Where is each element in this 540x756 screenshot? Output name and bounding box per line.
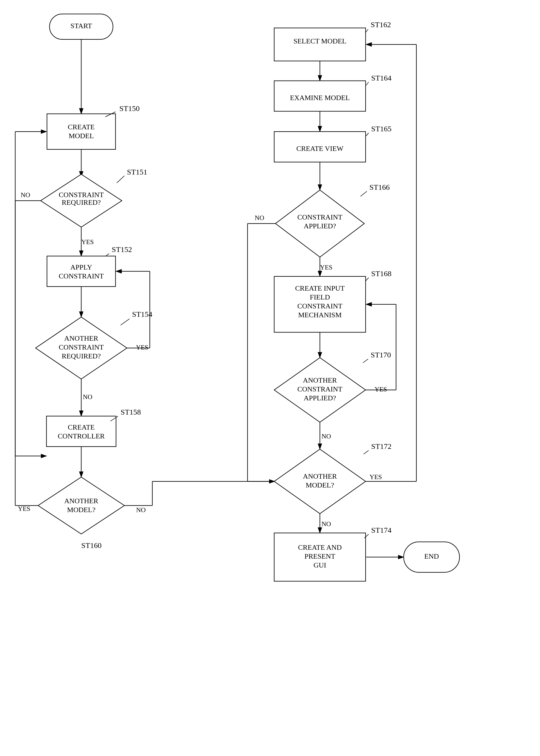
examine-model-label: EXAMINE MODEL — [290, 94, 350, 101]
another-constraint-label2: CONSTRAINT — [59, 343, 104, 351]
another-constraint-label3: REQUIRED? — [62, 352, 101, 360]
st150-label: ST150 — [119, 104, 140, 112]
aca-label3: APPLIED? — [304, 394, 336, 402]
another-model-left-label1: ANOTHER — [64, 497, 98, 505]
st166-line — [360, 191, 367, 196]
no-label-amr: NO — [322, 520, 331, 528]
create-model-label: CREATE — [68, 123, 95, 131]
create-input-label3: CONSTRAINT — [297, 302, 342, 310]
create-input-label1: CREATE INPUT — [295, 284, 344, 292]
constraint-required-label2: REQUIRED? — [62, 198, 101, 206]
no-label-aca: NO — [322, 433, 331, 440]
apply-constraint-label1: APPLY — [70, 263, 92, 271]
constraint-required-label1: CONSTRAINT — [59, 191, 104, 199]
create-input-label2: FIELD — [310, 293, 330, 301]
create-gui-label1: CREATE AND — [298, 543, 342, 551]
st152-label: ST152 — [112, 245, 132, 254]
create-view-label: CREATE VIEW — [296, 144, 343, 152]
st168-line — [365, 278, 369, 281]
end-label: END — [424, 552, 439, 560]
st165-line — [366, 133, 369, 136]
st154-line — [121, 319, 129, 325]
no-label-am: NO — [136, 506, 146, 514]
st162-label: ST162 — [371, 20, 391, 29]
st172-label: ST172 — [371, 442, 391, 451]
yes-label-ca: YES — [320, 264, 332, 271]
no-label-cr: NO — [21, 191, 30, 199]
another-model-right-label2: MODEL? — [306, 481, 334, 489]
create-model-node — [47, 114, 115, 149]
st162-line — [365, 29, 368, 33]
another-model-left-label2: MODEL? — [67, 506, 95, 514]
apply-constraint-node — [47, 256, 115, 286]
constraint-applied-label1: CONSTRAINT — [297, 213, 342, 221]
yes-label-amr: YES — [369, 473, 382, 480]
start-label: START — [70, 22, 92, 30]
st172-line — [363, 451, 369, 454]
yes-label-aca: YES — [374, 386, 387, 393]
aca-label1: ANOTHER — [303, 376, 337, 384]
create-controller-label1: CREATE — [68, 423, 95, 431]
aca-label2: CONSTRAINT — [297, 385, 342, 393]
create-input-label4: MECHANISM — [298, 311, 341, 319]
another-model-left-node — [38, 477, 124, 534]
st158-label: ST158 — [121, 408, 141, 416]
apply-constraint-label2: CONSTRAINT — [59, 272, 104, 280]
yes-label-am: YES — [18, 505, 30, 512]
no-label-acr: NO — [83, 393, 92, 401]
st170-line — [363, 359, 368, 363]
create-model-label2: MODEL — [68, 132, 94, 140]
create-controller-label2: CONTROLLER — [58, 432, 105, 440]
st165-label: ST165 — [371, 124, 391, 133]
st168-label: ST168 — [371, 269, 391, 278]
another-constraint-label1: ANOTHER — [64, 334, 98, 342]
st164-line — [366, 82, 369, 86]
st151-label: ST151 — [127, 168, 147, 176]
flowchart-svg: START CREATE MODEL ST150 CONSTRAINT REQU… — [0, 0, 540, 756]
create-gui-label3: GUI — [314, 561, 326, 569]
constraint-applied-label2: APPLIED? — [304, 222, 336, 230]
yes-label-cr: YES — [81, 238, 94, 246]
another-model-right-label1: ANOTHER — [303, 472, 337, 480]
st151-line — [117, 176, 124, 183]
st154-label: ST154 — [132, 310, 152, 318]
st166-label: ST166 — [369, 183, 390, 191]
no-label-ca: NO — [255, 214, 264, 222]
st164-label: ST164 — [371, 74, 391, 82]
yes-label-acr: YES — [136, 344, 148, 351]
st170-label: ST170 — [371, 351, 391, 359]
st174-label: ST174 — [371, 526, 391, 534]
create-controller-node — [47, 416, 116, 447]
select-model-label: SELECT MODEL — [294, 37, 346, 45]
st160-label: ST160 — [81, 541, 101, 549]
create-gui-label2: PRESENT — [304, 552, 335, 560]
